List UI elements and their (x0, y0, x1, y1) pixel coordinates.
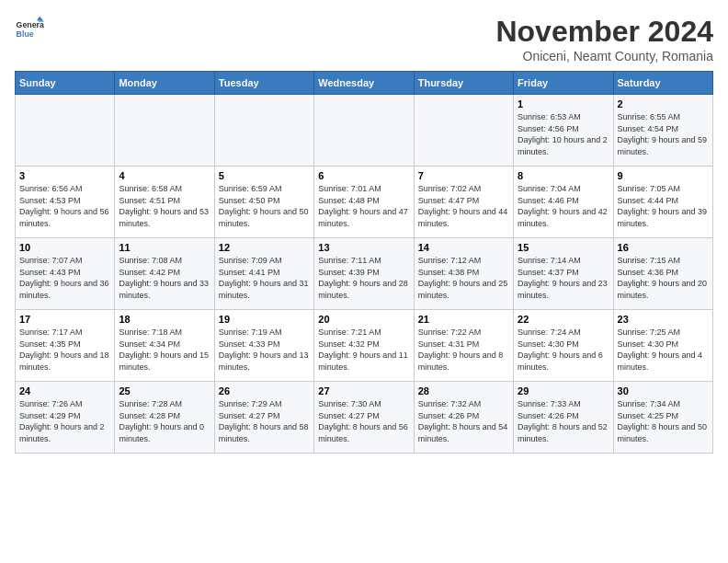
day-info: Sunrise: 6:58 AMSunset: 4:51 PMDaylight:… (119, 183, 210, 229)
calendar-week-row: 1Sunrise: 6:53 AMSunset: 4:56 PMDaylight… (16, 95, 713, 167)
calendar-cell (414, 95, 513, 167)
day-number: 21 (418, 314, 509, 325)
calendar-cell: 24Sunrise: 7:26 AMSunset: 4:29 PMDayligh… (16, 382, 115, 454)
calendar-cell: 16Sunrise: 7:15 AMSunset: 4:36 PMDayligh… (613, 238, 712, 310)
day-number: 27 (318, 385, 409, 396)
logo-icon: General Blue (15, 15, 44, 44)
day-number: 10 (19, 242, 110, 253)
day-info: Sunrise: 7:29 AMSunset: 4:27 PMDaylight:… (219, 398, 310, 444)
day-number: 13 (318, 242, 409, 253)
calendar-cell: 15Sunrise: 7:14 AMSunset: 4:37 PMDayligh… (514, 238, 613, 310)
weekday-header: Thursday (414, 72, 513, 95)
day-info: Sunrise: 7:04 AMSunset: 4:46 PMDaylight:… (518, 183, 609, 229)
day-info: Sunrise: 6:56 AMSunset: 4:53 PMDaylight:… (19, 183, 110, 229)
day-info: Sunrise: 7:02 AMSunset: 4:47 PMDaylight:… (418, 183, 509, 229)
day-info: Sunrise: 7:19 AMSunset: 4:33 PMDaylight:… (219, 327, 310, 373)
calendar-cell: 19Sunrise: 7:19 AMSunset: 4:33 PMDayligh… (214, 310, 313, 382)
subtitle: Oniceni, Neamt County, Romania (495, 49, 713, 63)
day-info: Sunrise: 7:08 AMSunset: 4:42 PMDaylight:… (119, 255, 210, 301)
svg-text:Blue: Blue (17, 29, 34, 39)
day-number: 3 (19, 170, 110, 181)
day-info: Sunrise: 7:25 AMSunset: 4:30 PMDaylight:… (618, 327, 709, 373)
day-number: 11 (119, 242, 210, 253)
calendar-cell: 4Sunrise: 6:58 AMSunset: 4:51 PMDaylight… (115, 167, 214, 238)
day-info: Sunrise: 7:12 AMSunset: 4:38 PMDaylight:… (418, 255, 509, 301)
day-info: Sunrise: 7:15 AMSunset: 4:36 PMDaylight:… (618, 255, 709, 301)
day-info: Sunrise: 7:22 AMSunset: 4:31 PMDaylight:… (418, 327, 509, 373)
day-number: 4 (119, 170, 210, 181)
calendar-cell: 11Sunrise: 7:08 AMSunset: 4:42 PMDayligh… (115, 238, 214, 310)
weekday-header-row: SundayMondayTuesdayWednesdayThursdayFrid… (16, 72, 713, 95)
day-number: 17 (19, 314, 110, 325)
calendar-cell (214, 95, 313, 167)
day-number: 7 (418, 170, 509, 181)
day-info: Sunrise: 7:30 AMSunset: 4:27 PMDaylight:… (318, 398, 409, 444)
weekday-header: Monday (115, 72, 214, 95)
calendar-cell: 9Sunrise: 7:05 AMSunset: 4:44 PMDaylight… (613, 167, 712, 238)
day-number: 15 (518, 242, 609, 253)
day-info: Sunrise: 7:05 AMSunset: 4:44 PMDaylight:… (618, 183, 709, 229)
calendar-cell: 8Sunrise: 7:04 AMSunset: 4:46 PMDaylight… (514, 167, 613, 238)
main-title: November 2024 (495, 15, 713, 49)
day-number: 29 (518, 385, 609, 396)
calendar-cell: 25Sunrise: 7:28 AMSunset: 4:28 PMDayligh… (115, 382, 214, 454)
weekday-header: Friday (514, 72, 613, 95)
calendar-cell: 7Sunrise: 7:02 AMSunset: 4:47 PMDaylight… (414, 167, 513, 238)
calendar-week-row: 17Sunrise: 7:17 AMSunset: 4:35 PMDayligh… (16, 310, 713, 382)
day-number: 12 (219, 242, 310, 253)
day-info: Sunrise: 7:01 AMSunset: 4:48 PMDaylight:… (318, 183, 409, 229)
weekday-header: Tuesday (214, 72, 313, 95)
calendar-cell: 28Sunrise: 7:32 AMSunset: 4:26 PMDayligh… (414, 382, 513, 454)
calendar-week-row: 10Sunrise: 7:07 AMSunset: 4:43 PMDayligh… (16, 238, 713, 310)
calendar-cell: 2Sunrise: 6:55 AMSunset: 4:54 PMDaylight… (613, 95, 712, 167)
day-info: Sunrise: 7:33 AMSunset: 4:26 PMDaylight:… (518, 398, 609, 444)
calendar-cell: 5Sunrise: 6:59 AMSunset: 4:50 PMDaylight… (214, 167, 313, 238)
calendar-cell: 22Sunrise: 7:24 AMSunset: 4:30 PMDayligh… (514, 310, 613, 382)
day-number: 23 (618, 314, 709, 325)
calendar-table: SundayMondayTuesdayWednesdayThursdayFrid… (15, 71, 713, 454)
calendar-cell: 29Sunrise: 7:33 AMSunset: 4:26 PMDayligh… (514, 382, 613, 454)
day-number: 20 (318, 314, 409, 325)
day-number: 5 (219, 170, 310, 181)
day-info: Sunrise: 7:21 AMSunset: 4:32 PMDaylight:… (318, 327, 409, 373)
day-number: 25 (119, 385, 210, 396)
calendar-cell: 18Sunrise: 7:18 AMSunset: 4:34 PMDayligh… (115, 310, 214, 382)
day-info: Sunrise: 7:34 AMSunset: 4:25 PMDaylight:… (618, 398, 709, 444)
calendar-cell: 13Sunrise: 7:11 AMSunset: 4:39 PMDayligh… (314, 238, 414, 310)
calendar-cell: 21Sunrise: 7:22 AMSunset: 4:31 PMDayligh… (414, 310, 513, 382)
calendar-cell: 17Sunrise: 7:17 AMSunset: 4:35 PMDayligh… (16, 310, 115, 382)
day-info: Sunrise: 7:14 AMSunset: 4:37 PMDaylight:… (518, 255, 609, 301)
day-number: 24 (19, 385, 110, 396)
weekday-header: Sunday (16, 72, 115, 95)
header: General Blue November 2024 Oniceni, Neam… (15, 15, 713, 63)
day-number: 22 (518, 314, 609, 325)
day-info: Sunrise: 6:55 AMSunset: 4:54 PMDaylight:… (618, 111, 709, 157)
day-info: Sunrise: 7:17 AMSunset: 4:35 PMDaylight:… (19, 327, 110, 373)
day-info: Sunrise: 7:28 AMSunset: 4:28 PMDaylight:… (119, 398, 210, 444)
day-info: Sunrise: 7:32 AMSunset: 4:26 PMDaylight:… (418, 398, 509, 444)
calendar-cell: 3Sunrise: 6:56 AMSunset: 4:53 PMDaylight… (16, 167, 115, 238)
day-number: 30 (618, 385, 709, 396)
title-block: November 2024 Oniceni, Neamt County, Rom… (495, 15, 713, 63)
calendar-cell: 27Sunrise: 7:30 AMSunset: 4:27 PMDayligh… (314, 382, 414, 454)
calendar-cell: 30Sunrise: 7:34 AMSunset: 4:25 PMDayligh… (613, 382, 712, 454)
day-info: Sunrise: 6:59 AMSunset: 4:50 PMDaylight:… (219, 183, 310, 229)
calendar-cell: 26Sunrise: 7:29 AMSunset: 4:27 PMDayligh… (214, 382, 313, 454)
day-number: 1 (518, 98, 609, 109)
day-info: Sunrise: 7:24 AMSunset: 4:30 PMDaylight:… (518, 327, 609, 373)
day-number: 19 (219, 314, 310, 325)
day-number: 18 (119, 314, 210, 325)
weekday-header: Wednesday (314, 72, 414, 95)
calendar-week-row: 3Sunrise: 6:56 AMSunset: 4:53 PMDaylight… (16, 167, 713, 238)
logo: General Blue (15, 15, 44, 44)
calendar-cell (314, 95, 414, 167)
day-number: 26 (219, 385, 310, 396)
day-info: Sunrise: 7:18 AMSunset: 4:34 PMDaylight:… (119, 327, 210, 373)
calendar-cell (115, 95, 214, 167)
calendar-cell (16, 95, 115, 167)
day-number: 6 (318, 170, 409, 181)
day-number: 2 (618, 98, 709, 109)
day-info: Sunrise: 6:53 AMSunset: 4:56 PMDaylight:… (518, 111, 609, 157)
day-info: Sunrise: 7:07 AMSunset: 4:43 PMDaylight:… (19, 255, 110, 301)
calendar-cell: 12Sunrise: 7:09 AMSunset: 4:41 PMDayligh… (214, 238, 313, 310)
